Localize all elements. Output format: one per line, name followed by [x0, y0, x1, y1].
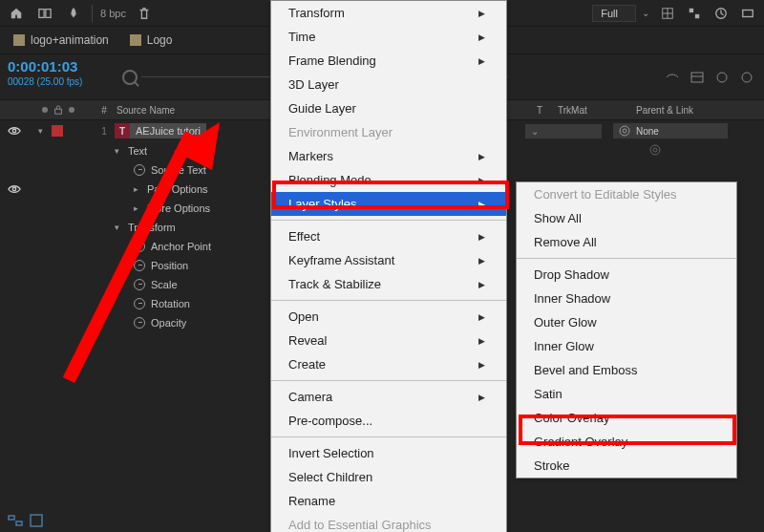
settings-icon[interactable]: [737, 3, 758, 24]
trkmat-cell[interactable]: ⌄: [525, 124, 602, 138]
pickwhip-icon[interactable]: [649, 144, 661, 156]
rocket-icon[interactable]: [63, 3, 84, 24]
stopwatch-icon[interactable]: [134, 279, 145, 290]
col-t: T: [525, 105, 554, 116]
render-queue-icon[interactable]: [29, 513, 44, 528]
lock-icon: [53, 105, 63, 115]
home-icon[interactable]: [6, 3, 27, 24]
text-layer-icon: T: [115, 123, 130, 138]
svg-point-11: [12, 129, 16, 133]
label-icon: [69, 107, 74, 113]
menu-precompose[interactable]: Pre-compose...: [271, 409, 506, 433]
menu-keyframe-assistant[interactable]: Keyframe Assistant: [271, 248, 506, 272]
col-source-name[interactable]: Source Name: [113, 105, 265, 116]
svg-rect-19: [31, 515, 42, 526]
menu-remove-all[interactable]: Remove All: [517, 230, 736, 254]
timecode[interactable]: 0:00:01:03: [8, 58, 107, 74]
menu-blending-mode[interactable]: Blending Mode: [271, 168, 506, 192]
svg-point-15: [653, 148, 657, 152]
column-icon[interactable]: [690, 70, 705, 85]
transparency-icon[interactable]: [684, 3, 705, 24]
frame-counter[interactable]: 00028 (25.00 fps): [8, 76, 107, 87]
parent-value: None: [636, 126, 659, 137]
menu-effect[interactable]: Effect: [271, 224, 506, 248]
menu-open[interactable]: Open: [271, 305, 506, 329]
resolution-select[interactable]: Full: [592, 5, 636, 22]
svg-point-14: [650, 145, 660, 155]
layer-styles-submenu: Convert to Editable Styles Show All Remo…: [516, 181, 737, 479]
menu-camera[interactable]: Camera: [271, 385, 506, 409]
bpc-label[interactable]: 8 bpc: [100, 8, 126, 19]
menu-inner-glow[interactable]: Inner Glow: [517, 334, 736, 358]
col-number: #: [96, 105, 113, 116]
svg-point-12: [620, 126, 629, 136]
col-trkmat: TrkMat: [554, 105, 630, 116]
menu-3d-layer[interactable]: 3D Layer: [271, 73, 506, 96]
fx-icon[interactable]: [714, 70, 730, 85]
clock-icon[interactable]: [711, 3, 732, 24]
menu-outer-glow[interactable]: Outer Glow: [517, 310, 736, 334]
menu-satin[interactable]: Satin: [517, 382, 736, 406]
shy-icon[interactable]: [665, 70, 680, 85]
tab-label: logo+animation: [31, 33, 109, 47]
svg-rect-6: [743, 10, 753, 16]
graph-icon[interactable]: [739, 70, 754, 85]
layer-number: 1: [101, 125, 115, 137]
tab-label: Logo: [147, 33, 173, 47]
stopwatch-icon[interactable]: [134, 298, 145, 309]
menu-rename[interactable]: Rename: [271, 489, 506, 513]
svg-point-8: [717, 73, 727, 82]
layer-name[interactable]: AEJuice tutori: [130, 123, 206, 138]
grid-icon[interactable]: [657, 3, 678, 24]
menu-reveal[interactable]: Reveal: [271, 329, 506, 352]
solo-icon: [42, 107, 48, 113]
tab-logo-animation[interactable]: logo+animation: [8, 30, 115, 51]
trash-icon[interactable]: [134, 3, 155, 24]
tab-logo[interactable]: Logo: [124, 30, 179, 51]
menu-stroke[interactable]: Stroke: [517, 454, 736, 478]
stopwatch-icon[interactable]: [134, 317, 145, 329]
menu-markers[interactable]: Markers: [271, 144, 506, 168]
label-color[interactable]: [52, 125, 63, 137]
stopwatch-icon[interactable]: [134, 260, 145, 271]
twirl-icon[interactable]: ▾: [38, 126, 48, 136]
svg-rect-0: [39, 9, 44, 17]
visibility-icon[interactable]: [8, 182, 21, 196]
menu-inner-shadow[interactable]: Inner Shadow: [517, 287, 736, 310]
menu-gradient-overlay[interactable]: Gradient Overlay: [517, 430, 736, 454]
pickwhip-icon[interactable]: [619, 125, 630, 137]
svg-rect-10: [55, 109, 62, 114]
svg-rect-17: [9, 516, 14, 520]
col-parent: Parent & Link: [630, 105, 745, 116]
menu-invert-selection[interactable]: Invert Selection: [271, 441, 506, 465]
layer-context-menu: Transform Time Frame Blending 3D Layer G…: [270, 0, 507, 532]
menu-frame-blending[interactable]: Frame Blending: [271, 49, 506, 73]
stopwatch-icon[interactable]: [134, 241, 145, 252]
menu-select-children[interactable]: Select Children: [271, 465, 506, 489]
svg-point-9: [742, 73, 752, 82]
svg-rect-1: [46, 9, 51, 17]
menu-guide-layer[interactable]: Guide Layer: [271, 96, 506, 120]
menu-track-stabilize[interactable]: Track & Stabilize: [271, 272, 506, 296]
menu-drop-shadow[interactable]: Drop Shadow: [517, 263, 736, 287]
panel-icon[interactable]: [34, 3, 55, 24]
toggle-switches-icon[interactable]: [8, 513, 23, 528]
comp-icon: [13, 34, 25, 46]
svg-point-16: [12, 187, 16, 191]
menu-convert-styles: Convert to Editable Styles: [517, 182, 736, 206]
menu-bevel-emboss[interactable]: Bevel and Emboss: [517, 358, 736, 382]
menu-color-overlay[interactable]: Color Overlay: [517, 406, 736, 430]
parent-cell[interactable]: None: [613, 123, 728, 138]
menu-time[interactable]: Time: [271, 25, 506, 49]
menu-transform[interactable]: Transform: [271, 1, 506, 25]
svg-rect-7: [691, 73, 703, 82]
chevron-down-icon: ⌄: [642, 8, 651, 18]
menu-layer-styles[interactable]: Layer Styles: [271, 192, 506, 216]
svg-rect-18: [16, 521, 22, 525]
menu-create[interactable]: Create: [271, 352, 506, 376]
svg-rect-4: [695, 13, 699, 17]
stopwatch-icon[interactable]: [134, 164, 145, 176]
timeline-footer: [8, 513, 44, 528]
menu-show-all[interactable]: Show All: [517, 206, 736, 230]
visibility-icon[interactable]: [8, 124, 21, 138]
